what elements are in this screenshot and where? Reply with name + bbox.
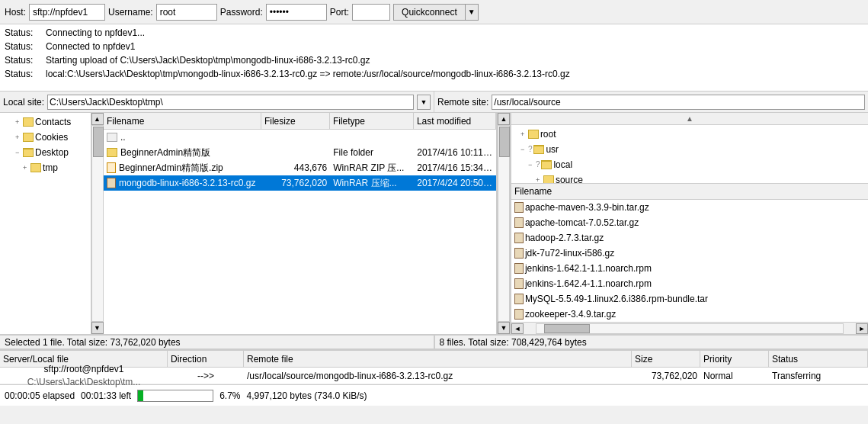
tree-item-label: local [553,158,572,172]
panels-area: +Contacts+Cookies−Desktop+tmp ▲ ▼ Filena… [0,113,868,334]
remote-path-input[interactable] [492,95,865,110]
queue-server-cell: sftp://root@npfdev1 C:\Users\Jack\Deskto… [0,364,168,387]
tree-expand-icon[interactable]: − [15,146,23,159]
remote-file-name-cell: zookeeper-3.4.9.tar.gz [511,307,868,322]
remote-tree-item[interactable]: +source [511,172,868,183]
folder-icon [23,148,34,157]
remote-file-row[interactable]: zookeeper-3.4.9.tar.gz [511,307,868,322]
remote-file-row[interactable]: apache-tomcat-7.0.52.tar.gz [511,215,868,230]
remote-site-label: Remote site: [437,97,488,108]
file-type-cell: File folder [330,145,414,160]
file-name-cell: BeginnerAdmin精简版 [104,145,261,160]
remote-filename-label: apache-maven-3.3.9-bin.tar.gz [525,200,649,215]
tree-scroll-track [91,125,104,322]
remote-tree-item[interactable]: −?local [511,157,868,172]
remote-panel-header: Remote site: [434,92,868,112]
tgz-icon [514,278,524,289]
tree-expand-icon[interactable]: + [15,130,23,144]
quickconnect-dropdown-button[interactable]: ▼ [465,4,479,21]
local-tree: +Contacts+Cookies−Desktop+tmp [0,113,91,334]
col-header-filename[interactable]: Filename [104,113,261,129]
remote-tree-item[interactable]: −?usr [511,142,868,157]
progress-area: 00:00:05 elapsed 00:01:33 left 6.7% 4,99… [0,384,868,406]
file-scroll-track [498,125,510,322]
local-file-row[interactable]: mongodb-linux-i686-3.2.13-rc0.gz 73,762,… [104,175,496,191]
folder-icon [528,130,539,139]
local-file-row[interactable]: BeginnerAdmin精简版.zip 443,676 WinRAR ZIP … [104,160,496,175]
password-input[interactable] [266,4,327,21]
queue-body: sftp://root@npfdev1 C:\Users\Jack\Deskto… [0,368,868,384]
status-text: Connected to npfdev1 [46,40,135,53]
local-path-input[interactable] [47,95,414,110]
remote-file-row[interactable]: apache-maven-3.3.9-bin.tar.gz [511,200,868,215]
remote-file-name-cell: hadoop-2.7.3.tar.gz [511,230,868,246]
local-tree-item[interactable]: +tmp [0,160,91,175]
queue-col-size[interactable]: Size [632,351,700,367]
username-input[interactable] [156,4,217,21]
queue-remote-cell: /usr/local/source/mongodb-linux-i686-3.2… [244,371,632,381]
remote-tree-item[interactable]: +root [511,127,868,142]
remote-file-row[interactable]: hadoop-2.7.3.tar.gz [511,230,868,246]
local-tree-item[interactable]: +Contacts [0,114,91,130]
progress-bar-fill [138,390,143,401]
local-file-row[interactable]: BeginnerAdmin精简版 File folder 2017/4/16 1… [104,145,496,160]
tree-expand-icon[interactable]: + [520,127,528,141]
h-scroll-left[interactable]: ◄ [511,323,524,334]
question-icon: ? [528,143,533,156]
filename-label: BeginnerAdmin精简版.zip [119,160,223,175]
remote-filename-label: jenkins-1.642.1-1.1.noarch.rpm [525,261,652,276]
tree-scroll-down[interactable]: ▼ [91,322,104,334]
local-file-scrollbar[interactable]: ▲ ▼ [498,113,510,334]
status-line: Status:local:C:\Users\Jack\Desktop\tmp\m… [5,67,863,81]
filename-label: .. [120,130,126,145]
remote-file-row[interactable]: jdk-7u72-linux-i586.gz [511,246,868,261]
tgz-icon [514,217,524,228]
status-label: Status: [5,40,43,53]
remote-file-list-body: apache-maven-3.3.9-bin.tar.gz apache-tom… [511,200,868,322]
status-label: Status: [5,26,43,40]
tree-expand-icon[interactable]: + [15,115,23,129]
col-header-last-modified[interactable]: Last modified [414,113,496,129]
local-tree-item[interactable]: +Cookies [0,130,91,145]
col-header-filesize[interactable]: Filesize [261,113,330,129]
queue-row[interactable]: sftp://root@npfdev1 C:\Users\Jack\Deskto… [0,368,868,384]
status-line: Status:Connected to npfdev1 [5,40,863,53]
local-site-label: Local site: [3,97,44,108]
tree-expand-icon[interactable]: − [528,158,536,172]
status-text: Connecting to npfdev1... [46,26,145,40]
file-scroll-up[interactable]: ▲ [498,113,510,125]
file-date-cell: 2017/4/24 20:50:23 [414,175,496,191]
file-scroll-down[interactable]: ▼ [498,322,510,334]
queue-col-priority[interactable]: Priority [700,351,769,367]
tree-expand-icon[interactable]: + [536,173,543,183]
h-scroll-right[interactable]: ► [856,323,868,334]
remote-file-name-cell: jenkins-1.642.4-1.1.noarch.rpm [511,276,868,291]
h-scroll-thumb[interactable] [544,324,590,333]
local-tree-scrollbar[interactable]: ▲ ▼ [91,113,104,334]
local-path-dropdown[interactable]: ▼ [417,95,431,110]
remote-scrollbar-h[interactable]: ◄ ► [511,322,868,334]
remote-filename-label: jdk-7u72-linux-i586.gz [525,246,614,261]
queue-col-remote-file[interactable]: Remote file [244,351,632,367]
local-tree-item[interactable]: −Desktop [0,145,91,160]
remote-file-row[interactable]: jenkins-1.642.4-1.1.noarch.rpm [511,276,868,291]
quickconnect-button[interactable]: Quickconnect [393,4,465,21]
queue-direction-cell: -->> [168,371,244,381]
tree-expand-icon[interactable]: − [520,143,528,156]
tree-item-label: root [540,127,556,141]
status-line: Status:Starting upload of C:\Users\Jack\… [5,53,863,67]
tree-expand-icon[interactable]: + [23,161,30,175]
queue-col-status[interactable]: Status [769,351,868,367]
tree-scroll-up[interactable]: ▲ [91,113,104,125]
remote-filename-col-header[interactable]: Filename [514,186,865,197]
remote-file-row[interactable]: MySQL-5.5.49-1.linux2.6.i386.rpm-bundle.… [511,291,868,307]
local-file-row[interactable]: .. [104,130,496,145]
host-input[interactable] [29,4,105,21]
remote-filename-label: MySQL-5.5.49-1.linux2.6.i386.rpm-bundle.… [525,291,708,307]
remote-file-name-cell: apache-maven-3.3.9-bin.tar.gz [511,200,868,215]
port-input[interactable] [352,4,390,21]
local-file-list-body: .. BeginnerAdmin精简版 File folder 2017/4/1… [104,130,496,334]
col-header-filetype[interactable]: Filetype [330,113,414,129]
remote-file-row[interactable]: jenkins-1.642.1-1.1.noarch.rpm [511,261,868,276]
queue-col-direction[interactable]: Direction [168,351,244,367]
